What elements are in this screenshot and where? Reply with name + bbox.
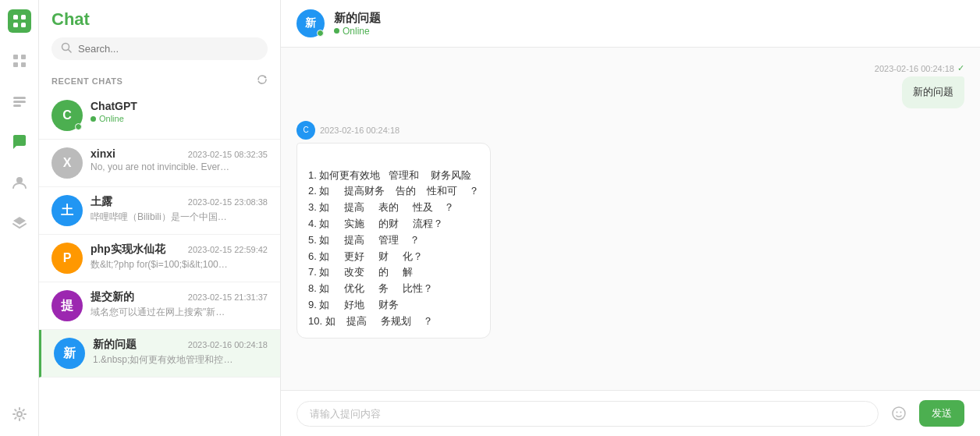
emoji-button[interactable] — [886, 401, 911, 426]
sidebar-header: Chat — [39, 0, 280, 66]
recent-chats-header: RECENT CHATS — [39, 66, 280, 92]
chat-item-php[interactable]: P php实现水仙花 2023-02-15 22:59:42 数&lt;?php… — [39, 235, 280, 282]
messages-nav-icon[interactable] — [7, 89, 32, 114]
messages-area: 2023-02-16 00:24:18 ✓ 新的问题 C 2023-02-16 … — [281, 48, 980, 390]
svg-rect-6 — [13, 62, 18, 67]
svg-rect-7 — [21, 62, 26, 67]
chat-item-chatgpt[interactable]: C ChatGPT Online — [39, 92, 280, 140]
settings-nav-icon[interactable] — [7, 402, 32, 427]
chat-name-tijiao: 提交新的 — [91, 290, 134, 304]
layers-nav-icon[interactable] — [7, 211, 32, 236]
svg-point-15 — [893, 407, 905, 420]
chat-preview-tulu: 哔哩哔哩（Bilibili）是一个中国大陆的视... — [91, 211, 231, 224]
svg-point-12 — [17, 412, 22, 417]
chat-name-row: ChatGPT — [91, 100, 268, 112]
svg-rect-2 — [13, 23, 18, 27]
chat-preview-xinde: 1.&nbsp;如何更有效地管理和控制财务... — [93, 353, 233, 367]
svg-rect-3 — [21, 23, 26, 27]
search-icon — [61, 42, 72, 55]
sidebar-title: Chat — [51, 9, 268, 30]
chat-item-xinxi[interactable]: X xinxi 2023-02-15 08:32:35 No, you are … — [39, 140, 280, 187]
contact-name: 新的问题 — [334, 11, 381, 26]
received-time: 2023-02-16 00:24:18 — [320, 126, 399, 135]
refresh-icon[interactable] — [257, 74, 268, 87]
chat-name-xinxi: xinxi — [91, 147, 115, 160]
message-row-received: C 2023-02-16 00:24:18 1. 如何更有效地 管理和 财务风险… — [296, 121, 964, 339]
grid-nav-icon[interactable] — [7, 48, 32, 73]
chat-name-php: php实现水仙花 — [91, 243, 165, 257]
chat-info-xinxi: xinxi 2023-02-15 08:32:35 No, you are no… — [91, 147, 268, 172]
search-box[interactable] — [51, 37, 268, 60]
send-button[interactable]: 发送 — [919, 400, 964, 427]
chat-item-tijiao[interactable]: 提 提交新的 2023-02-15 21:31:37 域名您可以通过在网上搜索"… — [39, 282, 280, 330]
chat-name-row-tulu: 土露 2023-02-15 23:08:38 — [91, 195, 268, 209]
svg-point-16 — [897, 412, 898, 413]
svg-point-17 — [900, 412, 902, 413]
avatar-tulu: 土 — [51, 195, 83, 226]
chat-preview-tijiao: 域名您可以通过在网上搜索"新域名注册... — [91, 306, 231, 319]
chat-name-row-tijiao: 提交新的 2023-02-15 21:31:37 — [91, 290, 268, 304]
received-bubble: 1. 如何更有效地 管理和 财务风险2. 如 提高财务 告的 性和可 ？3. 如… — [296, 143, 491, 339]
meta-avatar: C — [296, 121, 315, 140]
chat-header-info: 新的问题 Online — [334, 11, 381, 37]
chat-name-xinde: 新的问题 — [93, 338, 137, 352]
chat-info-tijiao: 提交新的 2023-02-15 21:31:37 域名您可以通过在网上搜索"新域… — [91, 290, 268, 319]
avatar-php: P — [51, 243, 83, 274]
avatar-xinxi: X — [51, 147, 83, 179]
chat-info-xinde: 新的问题 2023-02-16 00:24:18 1.&nbsp;如何更有效地管… — [93, 338, 268, 367]
chat-time-xinde: 2023-02-16 00:24:18 — [188, 340, 268, 349]
svg-point-11 — [16, 177, 23, 183]
chat-info-php: php实现水仙花 2023-02-15 22:59:42 数&lt;?php f… — [91, 243, 268, 271]
chat-info-tulu: 土露 2023-02-15 23:08:38 哔哩哔哩（Bilibili）是一个… — [91, 195, 268, 224]
sent-time: 2023-02-16 00:24:18 — [875, 64, 954, 73]
avatar-chatgpt: C — [51, 100, 83, 131]
chat-name: ChatGPT — [91, 100, 137, 112]
svg-rect-10 — [13, 105, 21, 107]
chat-item-tulu[interactable]: 土 土露 2023-02-15 23:08:38 哔哩哔哩（Bilibili）是… — [39, 187, 280, 235]
chat-header: 新 新的问题 Online — [281, 0, 980, 48]
person-nav-icon[interactable] — [7, 170, 32, 195]
header-avatar: 新 — [296, 9, 325, 37]
online-dot-chatgpt — [91, 116, 96, 122]
sent-bubble: 新的问题 — [902, 76, 964, 108]
status-dot — [334, 28, 339, 34]
chat-info-chatgpt: ChatGPT Online — [91, 100, 268, 123]
input-area: 发送 — [281, 390, 980, 436]
svg-rect-8 — [13, 97, 26, 99]
message-row-sent: 2023-02-16 00:24:18 ✓ 新的问题 — [296, 63, 964, 108]
svg-rect-4 — [13, 55, 18, 59]
svg-rect-0 — [13, 15, 18, 19]
main-chat-area: 新 新的问题 Online 2023-02-16 00:24:18 ✓ 新的问题… — [281, 0, 980, 436]
chat-time-tulu: 2023-02-15 23:08:38 — [188, 197, 268, 207]
svg-rect-5 — [21, 55, 26, 59]
avatar-tijiao: 提 — [51, 290, 83, 321]
check-icon: ✓ — [957, 63, 964, 73]
search-input[interactable] — [78, 43, 258, 55]
left-navigation — [0, 0, 39, 436]
chat-preview-php: 数&lt;?php for($i=100;$i&lt;1000;$i++){..… — [91, 258, 231, 271]
svg-rect-9 — [13, 101, 26, 103]
contact-status: Online — [334, 26, 381, 37]
chat-preview-xinxi: No, you are not invincible. Everyone has… — [91, 161, 231, 172]
message-input[interactable] — [296, 401, 879, 427]
chat-name-row-xinde: 新的问题 2023-02-16 00:24:18 — [93, 338, 268, 352]
chat-time-php: 2023-02-15 22:59:42 — [188, 245, 268, 254]
online-indicator — [75, 123, 82, 130]
chat-item-xinde[interactable]: 新 新的问题 2023-02-16 00:24:18 1.&nbsp;如何更有效… — [39, 330, 280, 378]
avatar-xinde: 新 — [54, 338, 85, 369]
chat-name-row-xinxi: xinxi 2023-02-15 08:32:35 — [91, 147, 268, 160]
chat-time-tijiao: 2023-02-15 21:31:37 — [188, 292, 268, 302]
header-online-dot — [317, 30, 324, 37]
received-meta: C 2023-02-16 00:24:18 — [296, 121, 399, 140]
sent-meta: 2023-02-16 00:24:18 ✓ — [875, 63, 964, 73]
chat-nav-icon[interactable] — [7, 129, 32, 154]
online-label-chatgpt: Online — [99, 114, 124, 123]
sidebar: Chat RECENT CHATS C ChatGPT — [39, 0, 281, 436]
svg-rect-1 — [21, 15, 26, 19]
chat-list: C ChatGPT Online X xinxi 2023-02-15 08:3… — [39, 92, 280, 436]
received-text: 1. 如何更有效地 管理和 财务风险2. 如 提高财务 告的 性和可 ？3. 如… — [308, 169, 479, 327]
recent-label: RECENT CHATS — [51, 76, 123, 86]
status-label: Online — [343, 26, 370, 37]
svg-line-14 — [69, 50, 72, 53]
chat-name-tulu: 土露 — [91, 195, 112, 209]
